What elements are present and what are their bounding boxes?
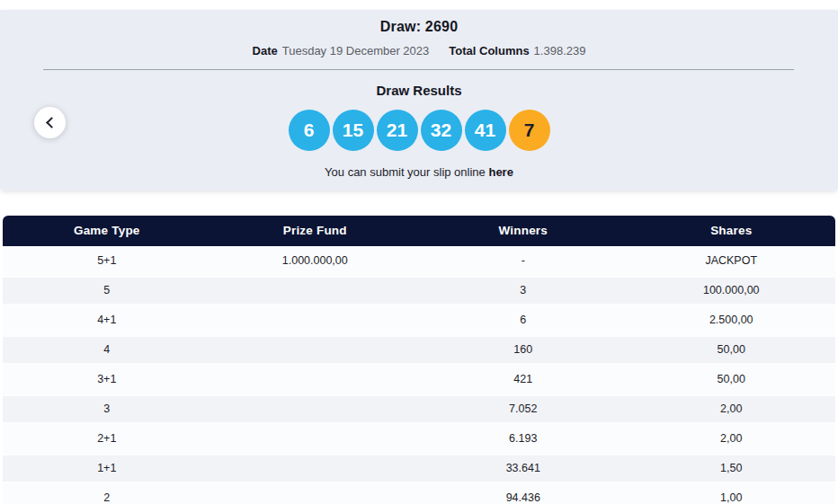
- draw-meta: Date Tuesday 19 December 2023 Total Colu…: [0, 44, 838, 57]
- lottery-ball: 32: [421, 110, 462, 151]
- table-cell: 6: [419, 305, 628, 335]
- table-cell: [211, 365, 420, 394]
- table-cell: 3: [3, 396, 211, 422]
- column-header: Winners: [419, 216, 628, 246]
- prize-table: Game TypePrize FundWinnersShares 5+11.00…: [3, 216, 835, 504]
- draw-label: Draw:: [380, 19, 421, 34]
- table-cell: [211, 396, 420, 422]
- draw-title: Draw: 2690: [0, 10, 838, 35]
- date-value: Tuesday 19 December 2023: [282, 44, 430, 57]
- table-row: 2+16.1932,00: [3, 424, 835, 454]
- table-cell: 94.436: [419, 483, 628, 504]
- lottery-ball: 15: [333, 110, 374, 151]
- table-cell: [211, 424, 420, 454]
- lottery-ball: 41: [465, 110, 506, 151]
- table-cell: 4: [3, 337, 211, 363]
- draw-results-heading: Draw Results: [0, 83, 838, 98]
- table-cell: 5+1: [3, 246, 211, 276]
- draw-date: Date Tuesday 19 December 2023: [253, 44, 430, 57]
- table-cell: 421: [419, 365, 628, 394]
- draw-balls: 6152132417: [0, 110, 838, 151]
- table-cell: [211, 278, 420, 304]
- table-cell: 1,00: [628, 483, 836, 504]
- table-row: 1+133.6411,50: [3, 454, 835, 483]
- total-columns: Total Columns 1.398.239: [449, 44, 585, 57]
- bonus-ball: 7: [509, 110, 550, 151]
- draw-summary-panel: Draw: 2690 Date Tuesday 19 December 2023…: [0, 10, 838, 190]
- column-header: Prize Fund: [211, 216, 420, 246]
- table-cell: [211, 337, 420, 363]
- table-cell: 1.000.000,00: [211, 246, 420, 276]
- column-header: Game Type: [3, 216, 211, 246]
- table-cell: 2,00: [628, 396, 836, 422]
- table-header-row: Game TypePrize FundWinnersShares: [3, 216, 835, 246]
- table-row: 294.4361,00: [3, 483, 835, 504]
- submit-here-link[interactable]: here: [488, 165, 513, 179]
- column-header: Shares: [628, 216, 836, 246]
- table-cell: 50,00: [628, 337, 836, 363]
- table-cell: [211, 455, 420, 482]
- table-cell: 6.193: [419, 424, 628, 454]
- table-cell: 50,00: [628, 365, 836, 394]
- table-cell: 1,50: [628, 455, 836, 482]
- table-cell: 33.641: [419, 455, 628, 482]
- table-row: 4+162.500,00: [3, 305, 835, 335]
- table-row: 3+142150,00: [3, 365, 835, 394]
- table-cell: 3: [419, 278, 628, 304]
- draw-number: 2690: [425, 19, 458, 34]
- lottery-ball: 6: [289, 110, 330, 151]
- hero-divider: [43, 69, 794, 70]
- submit-slip-text: You can submit your slip online here: [0, 165, 838, 179]
- table-cell: 7.052: [419, 396, 628, 422]
- table-cell: 2.500,00: [628, 305, 836, 335]
- table-cell: 100.000,00: [628, 278, 836, 304]
- table-cell: [211, 483, 420, 504]
- date-label: Date: [253, 44, 278, 57]
- table-row: 416050,00: [3, 335, 835, 365]
- total-columns-label: Total Columns: [449, 44, 529, 57]
- table-cell: [211, 305, 420, 335]
- submit-text: You can submit your slip online: [325, 165, 486, 179]
- table-body: 5+11.000.000,00-JACKPOT53100.000,004+162…: [3, 246, 835, 504]
- total-columns-value: 1.398.239: [534, 44, 586, 57]
- table-row: 5+11.000.000,00-JACKPOT: [3, 246, 835, 276]
- table-cell: 3+1: [3, 365, 211, 394]
- table-cell: 2: [3, 483, 211, 504]
- lottery-ball: 21: [377, 110, 418, 151]
- table-cell: 2+1: [3, 424, 211, 454]
- table-cell: -: [419, 246, 628, 276]
- table-cell: 1+1: [3, 455, 211, 482]
- table-cell: 5: [3, 278, 211, 304]
- table-cell: 160: [419, 337, 628, 363]
- table-cell: JACKPOT: [628, 246, 836, 276]
- table-row: 37.0522,00: [3, 394, 835, 424]
- table-cell: 4+1: [3, 305, 211, 335]
- table-cell: 2,00: [628, 424, 836, 454]
- previous-draw-button[interactable]: [34, 107, 66, 138]
- chevron-left-icon: [46, 117, 58, 128]
- table-row: 53100.000,00: [3, 276, 835, 305]
